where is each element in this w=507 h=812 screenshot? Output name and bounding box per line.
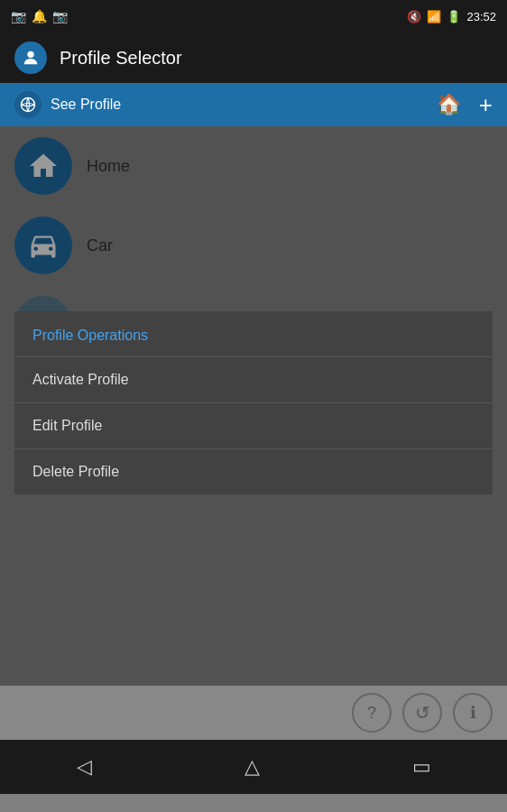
- status-bar-left-icons: 📷 🔔 📷: [11, 9, 68, 23]
- title-bar: Profile Selector: [0, 32, 507, 83]
- wifi-icon: 📶: [427, 10, 441, 23]
- dialog-title: Profile Operations: [14, 311, 493, 357]
- info-button[interactable]: ℹ: [453, 693, 493, 733]
- mute-icon: 🔇: [407, 10, 421, 23]
- app-avatar-icon: [14, 42, 47, 74]
- refresh-button[interactable]: ↺: [402, 693, 442, 733]
- home-nav-icon[interactable]: △: [244, 755, 260, 779]
- info-icon: ℹ: [470, 703, 476, 723]
- add-profile-icon[interactable]: +: [479, 91, 493, 119]
- notification-icon-2: 🔔: [32, 9, 47, 23]
- status-bar-right-icons: 🔇 📶 🔋 23:52: [407, 10, 496, 23]
- nav-bar: ◁ △ ▭: [0, 740, 507, 794]
- refresh-icon: ↺: [415, 702, 430, 724]
- battery-icon: 🔋: [447, 10, 461, 23]
- see-profile-label: See Profile: [51, 97, 428, 113]
- help-icon: ?: [367, 704, 376, 723]
- status-bar: 📷 🔔 📷 🔇 📶 🔋 23:52: [0, 0, 507, 32]
- globe-icon: [14, 91, 41, 118]
- clock: 23:52: [466, 10, 496, 23]
- action-bar: See Profile 🏠 +: [0, 83, 507, 126]
- help-button[interactable]: ?: [352, 693, 392, 733]
- profile-operations-dialog: Profile Operations Activate Profile Edit…: [14, 311, 493, 494]
- main-content: Home Car Profile Operations Activate Pro…: [0, 126, 507, 686]
- activate-profile-item[interactable]: Activate Profile: [14, 357, 493, 403]
- svg-point-0: [27, 51, 33, 58]
- notification-icon-3: 📷: [52, 9, 68, 23]
- edit-profile-item[interactable]: Edit Profile: [14, 403, 493, 449]
- back-nav-icon[interactable]: ◁: [77, 755, 92, 779]
- notification-icon-1: 📷: [11, 9, 26, 23]
- bottom-toolbar: ? ↺ ℹ: [0, 686, 507, 740]
- home-action-icon[interactable]: 🏠: [437, 93, 461, 116]
- delete-profile-item[interactable]: Delete Profile: [14, 449, 493, 494]
- action-bar-right: 🏠 +: [437, 91, 493, 119]
- recent-nav-icon[interactable]: ▭: [412, 755, 431, 779]
- svg-point-1: [22, 98, 35, 112]
- app-title: Profile Selector: [60, 48, 182, 69]
